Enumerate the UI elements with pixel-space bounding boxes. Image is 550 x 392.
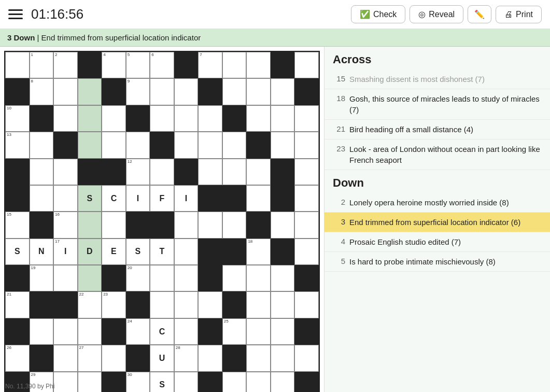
- grid-cell[interactable]: 5: [126, 52, 150, 78]
- grid-cell[interactable]: [174, 132, 199, 158]
- grid-cell[interactable]: [102, 132, 126, 158]
- grid-cell[interactable]: [198, 185, 222, 212]
- grid-cell[interactable]: [174, 52, 199, 78]
- grid-cell[interactable]: 2: [53, 52, 78, 78]
- grid-cell[interactable]: [271, 132, 295, 158]
- grid-cell[interactable]: [174, 105, 199, 132]
- grid-cell[interactable]: 9: [126, 78, 150, 105]
- grid-cell[interactable]: [271, 52, 295, 78]
- grid-cell[interactable]: 15: [5, 212, 30, 238]
- grid-cell[interactable]: [271, 239, 295, 265]
- grid-cell[interactable]: C: [150, 318, 174, 345]
- grid-cell[interactable]: [30, 159, 54, 185]
- grid-cell[interactable]: [102, 345, 126, 371]
- grid-cell[interactable]: [102, 159, 126, 185]
- clue-item-across-18[interactable]: 18 Gosh, this source of miracles leads t…: [325, 89, 550, 120]
- grid-cell[interactable]: 4: [102, 52, 126, 78]
- grid-cell[interactable]: [174, 265, 199, 291]
- menu-button[interactable]: [8, 9, 23, 19]
- edit-button[interactable]: ✏️: [468, 5, 491, 23]
- grid-cell[interactable]: [5, 318, 30, 345]
- grid-cell[interactable]: [294, 132, 319, 158]
- grid-cell[interactable]: 26: [5, 345, 30, 371]
- grid-cell[interactable]: 30: [126, 372, 150, 392]
- grid-cell[interactable]: [198, 159, 222, 185]
- grid-cell[interactable]: [5, 265, 30, 291]
- grid-cell[interactable]: 19: [30, 265, 54, 291]
- grid-cell[interactable]: [271, 105, 295, 132]
- grid-cell[interactable]: 24: [126, 318, 150, 345]
- grid-cell[interactable]: [102, 105, 126, 132]
- clue-item-down-4[interactable]: 4 Prosaic English studio edited (7): [325, 232, 550, 252]
- grid-cell[interactable]: [246, 185, 271, 212]
- grid-cell[interactable]: [294, 212, 319, 238]
- grid-cell[interactable]: [222, 372, 247, 392]
- grid-cell[interactable]: S: [78, 185, 102, 212]
- grid-cell[interactable]: [198, 212, 222, 238]
- grid-cell[interactable]: [174, 159, 199, 185]
- grid-cell[interactable]: 10: [5, 105, 30, 132]
- grid-cell[interactable]: [271, 318, 295, 345]
- grid-cell[interactable]: [53, 318, 78, 345]
- grid-cell[interactable]: [78, 159, 102, 185]
- grid-cell[interactable]: [222, 132, 247, 158]
- grid-cell[interactable]: [294, 291, 319, 318]
- grid-cell[interactable]: I: [174, 185, 199, 212]
- grid-cell[interactable]: [78, 265, 102, 291]
- clue-item-down-2[interactable]: 2 Lonely opera heroine mostly worried in…: [325, 193, 550, 213]
- grid-cell[interactable]: U: [150, 345, 174, 371]
- grid-cell[interactable]: [102, 212, 126, 238]
- grid-cell[interactable]: [198, 291, 222, 318]
- grid-cell[interactable]: [246, 318, 271, 345]
- grid-cell[interactable]: C: [102, 185, 126, 212]
- grid-cell[interactable]: [222, 185, 247, 212]
- grid-cell[interactable]: [222, 291, 247, 318]
- grid-cell[interactable]: [53, 78, 78, 105]
- grid-cell[interactable]: [222, 52, 247, 78]
- grid-cell[interactable]: [150, 159, 174, 185]
- grid-cell[interactable]: [294, 105, 319, 132]
- clue-item-across-21[interactable]: 21 Bird heading off a small distance (4): [325, 120, 550, 139]
- grid-cell[interactable]: [246, 291, 271, 318]
- grid-cell[interactable]: N: [30, 239, 54, 265]
- grid-cell[interactable]: [174, 212, 199, 238]
- grid-cell[interactable]: S: [150, 372, 174, 392]
- grid-cell[interactable]: [174, 78, 199, 105]
- clues-panel[interactable]: Across 15 Smashing dissent is most disho…: [324, 47, 550, 392]
- grid-cell[interactable]: [294, 345, 319, 371]
- grid-cell[interactable]: 17I: [53, 239, 78, 265]
- reveal-button[interactable]: ◎ Reveal: [410, 5, 463, 23]
- grid-cell[interactable]: [30, 318, 54, 345]
- grid-cell[interactable]: [294, 318, 319, 345]
- grid-cell[interactable]: 18: [246, 239, 271, 265]
- grid-cell[interactable]: S: [5, 239, 30, 265]
- grid-cell[interactable]: [53, 345, 78, 371]
- grid-cell[interactable]: [294, 185, 319, 212]
- grid-cell[interactable]: 20: [126, 265, 150, 291]
- grid-cell[interactable]: [78, 318, 102, 345]
- grid-cell[interactable]: S: [126, 239, 150, 265]
- clue-item-down-3[interactable]: 3 End trimmed from superficial location …: [325, 213, 550, 232]
- grid-cell[interactable]: I: [126, 185, 150, 212]
- grid-cell[interactable]: 6: [150, 52, 174, 78]
- grid-cell[interactable]: [198, 372, 222, 392]
- grid-cell[interactable]: [53, 265, 78, 291]
- grid-cell[interactable]: [53, 105, 78, 132]
- grid-cell[interactable]: T: [150, 239, 174, 265]
- grid-cell[interactable]: [30, 185, 54, 212]
- grid-cell[interactable]: 8: [30, 78, 54, 105]
- grid-cell[interactable]: [271, 345, 295, 371]
- grid-cell[interactable]: [126, 132, 150, 158]
- grid-cell[interactable]: [198, 105, 222, 132]
- grid-cell[interactable]: D: [78, 239, 102, 265]
- grid-cell[interactable]: [198, 265, 222, 291]
- grid-cell[interactable]: [78, 52, 102, 78]
- clue-item-across-15[interactable]: 15 Smashing dissent is most dishonest (7…: [325, 69, 550, 89]
- grid-cell[interactable]: [78, 372, 102, 392]
- grid-cell[interactable]: [222, 212, 247, 238]
- grid-cell[interactable]: [222, 265, 247, 291]
- grid-cell[interactable]: [30, 291, 54, 318]
- clue-item-across-23[interactable]: 23 Look - area of London without ocean i…: [325, 139, 550, 170]
- clue-item-down-5[interactable]: 5 Is hard to probe intimate mischievousl…: [325, 252, 550, 272]
- grid-cell[interactable]: [5, 52, 30, 78]
